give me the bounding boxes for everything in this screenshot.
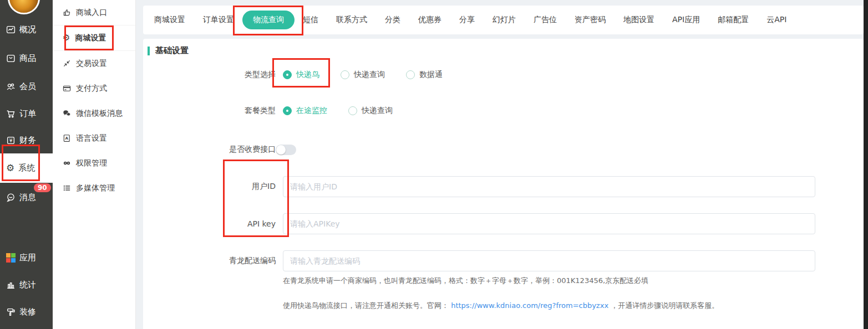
tab-share[interactable]: 分享 — [459, 15, 475, 25]
radio-shujutong[interactable]: 数据通 — [406, 70, 443, 80]
bar-chart-icon — [6, 280, 16, 290]
kdniao-register-link[interactable]: https://www.kdniao.com/reg?from=cbbyzxx — [451, 301, 608, 310]
api-key-label: API key — [143, 219, 276, 228]
radio-express-query[interactable]: 快递查询 — [348, 106, 393, 116]
kdniao-help-prefix: 使用快递鸟物流接口，请注意开通相关账号。官网： — [283, 301, 449, 310]
settings-panel: 基础设置 类型选择 快递鸟 快递查询 数据通 套餐类型 在途 — [143, 39, 864, 329]
radio-dot — [406, 70, 415, 79]
radio-dot — [283, 106, 292, 115]
sidebar-item-finance[interactable]: ¥ 财务 — [0, 126, 53, 154]
tab-slideshow[interactable]: 幻灯片 — [493, 15, 516, 25]
sidebar-item-apps[interactable]: 应用 — [0, 244, 53, 271]
paid-api-toggle[interactable] — [276, 145, 296, 155]
tab-ad-slot[interactable]: 广告位 — [534, 15, 557, 25]
tab-mail-config[interactable]: 邮箱配置 — [718, 15, 749, 25]
sidebar-item-label: 统计 — [19, 280, 36, 290]
tab-logistics-query[interactable]: 物流查询 — [242, 11, 295, 29]
wechat-bubbles-icon — [63, 109, 71, 117]
radio-dot — [341, 70, 349, 79]
api-key-input[interactable] — [283, 213, 815, 234]
app-window: 概况 商品 会员 订单 ¥ 财务 ⚙ 系统 消息 90 — [0, 0, 868, 329]
tab-api-app[interactable]: API应用 — [672, 15, 700, 25]
type-select-label: 类型选择 — [143, 70, 276, 80]
section-header: 基础设置 — [148, 45, 189, 56]
avatar[interactable] — [8, 0, 40, 14]
sidebar-item-label: 应用 — [19, 253, 36, 263]
list-icon — [63, 184, 71, 192]
language-book-icon: A — [63, 134, 71, 142]
api-key-row: API key — [143, 213, 815, 234]
qinglong-help-text: 在青龙系统申请一个商家编码，也叫青龙配送编码，格式：数字＋字母＋数字，举例：00… — [283, 276, 648, 286]
submenu-item-payment-methods[interactable]: 支付方式 — [53, 76, 135, 101]
section-accent-bar — [148, 47, 150, 55]
kdniao-help-suffix: ，开通详情步骤说明请联系客服。 — [611, 301, 719, 310]
radio-kuaidiniao[interactable]: 快递鸟 — [283, 70, 319, 80]
radio-kuaidi-query[interactable]: 快递查询 — [341, 70, 385, 80]
tab-cloud-api[interactable]: 云API — [767, 15, 786, 25]
sidebar-item-goods[interactable]: 商品 — [0, 44, 53, 72]
secondary-sidebar: 商城入口 ⚙ 商城设置 交易设置 支付方式 微信模板消息 A 语言设置 权限管理 — [53, 0, 136, 329]
submenu-item-label: 语言设置 — [76, 133, 107, 143]
submenu-item-label: 权限管理 — [76, 158, 107, 168]
submenu-item-permissions[interactable]: 权限管理 — [53, 151, 135, 176]
overview-icon — [6, 25, 16, 34]
sidebar-item-label: 消息 — [19, 192, 36, 203]
tab-category[interactable]: 分类 — [385, 15, 400, 25]
user-id-input[interactable] — [283, 176, 815, 197]
submenu-item-trade-settings[interactable]: 交易设置 — [53, 51, 135, 76]
submenu-item-language-settings[interactable]: A 语言设置 — [53, 126, 135, 151]
message-count-badge: 90 — [34, 183, 51, 192]
sidebar-item-overview[interactable]: 概况 — [0, 16, 53, 43]
goods-icon — [6, 54, 16, 63]
qinglong-code-label: 青龙配送编码 — [143, 256, 276, 266]
gear-icon: ⚙ — [6, 163, 14, 173]
cart-icon — [6, 109, 16, 119]
section-title: 基础设置 — [155, 45, 189, 56]
radio-dot — [283, 70, 292, 79]
settings-tabbar: 商城设置 订单设置 物流查询 短信 联系方式 分类 优惠券 分享 幻灯片 广告位… — [143, 6, 864, 34]
members-icon — [6, 82, 16, 91]
sidebar-item-decorate[interactable]: 装修 — [0, 298, 53, 326]
sidebar-item-members[interactable]: 会员 — [0, 73, 53, 100]
sidebar-item-label: 系统 — [18, 163, 35, 173]
submenu-item-label: 支付方式 — [76, 84, 107, 94]
svg-text:¥: ¥ — [9, 137, 13, 143]
tab-coupon[interactable]: 优惠券 — [418, 15, 441, 25]
tab-map-settings[interactable]: 地图设置 — [623, 15, 654, 25]
radio-in-transit-monitor[interactable]: 在途监控 — [283, 106, 327, 116]
tab-asset-password[interactable]: 资产密码 — [575, 15, 606, 25]
sidebar-item-system[interactable]: ⚙ 系统 — [0, 153, 53, 183]
submenu-item-wechat-template[interactable]: 微信模板消息 — [53, 101, 135, 126]
submenu-item-label: 交易设置 — [76, 59, 107, 69]
tab-sms[interactable]: 短信 — [303, 15, 318, 25]
paid-api-label: 是否收费接口 — [143, 145, 276, 155]
converge-arrows-icon — [63, 59, 71, 68]
finance-icon: ¥ — [6, 136, 16, 145]
sidebar-item-stats[interactable]: 统计 — [0, 271, 53, 299]
tab-order-settings[interactable]: 订单设置 — [203, 15, 234, 25]
primary-sidebar: 概况 商品 会员 订单 ¥ 财务 ⚙ 系统 消息 90 — [0, 0, 53, 329]
qinglong-code-input[interactable] — [283, 250, 815, 271]
sidebar-item-label: 概况 — [19, 24, 36, 35]
sidebar-item-label: 订单 — [19, 109, 36, 119]
chat-bubble-icon — [6, 193, 16, 202]
tab-mall-settings[interactable]: 商城设置 — [154, 15, 185, 25]
submenu-item-mall-settings[interactable]: ⚙ 商城设置 — [53, 25, 135, 51]
sidebar-item-label: 装修 — [19, 307, 36, 317]
user-id-label: 用户ID — [143, 182, 276, 192]
gear-icon: ⚙ — [63, 34, 70, 42]
submenu-item-label: 多媒体管理 — [76, 183, 115, 193]
submenu-item-multimedia[interactable]: 多媒体管理 — [53, 176, 135, 201]
submenu-item-label: 商城入口 — [76, 8, 107, 18]
qinglong-code-row: 青龙配送编码 — [143, 250, 815, 271]
submenu-item-mall-entry[interactable]: 商城入口 — [53, 0, 135, 25]
sidebar-item-orders[interactable]: 订单 — [0, 100, 53, 127]
vertical-scrollbar[interactable] — [864, 0, 868, 329]
tab-contact[interactable]: 联系方式 — [336, 15, 367, 25]
key-fob-icon — [63, 159, 71, 167]
svg-text:A: A — [65, 136, 69, 141]
sidebar-item-label: 财务 — [19, 135, 36, 146]
type-select-row: 类型选择 快递鸟 快递查询 数据通 — [143, 69, 464, 80]
radio-dot — [348, 106, 357, 115]
package-type-row: 套餐类型 在途监控 快递查询 — [143, 105, 414, 116]
